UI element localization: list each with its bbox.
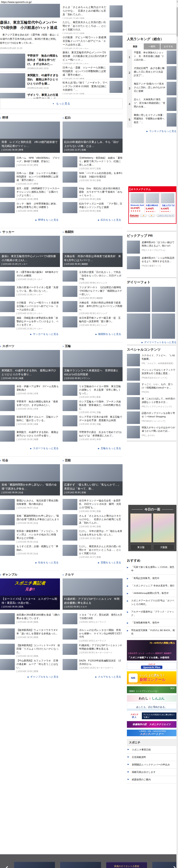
news-item[interactable]: 大橋会長 尚弥の骨折は再検査で経過良好 来年1月中にはスパーリング再開へ [ 1… <box>63 300 123 315</box>
carousel-prev-button[interactable]: ◀ <box>140 214 147 217</box>
news-item[interactable]: 全日本選手権フェザー級王者・堤 五輪内定へ決意表明「競り勝つ」 [ 12月14日… <box>63 315 123 330</box>
daily-photo-more-link[interactable]: ▶デイリーフォトをもっと見る <box>127 341 176 344</box>
section-more-link[interactable]: ▶格闘技をもっと見る <box>63 333 123 336</box>
news-item[interactable]: 松本人志“笑い”捨て「ノーギャラ」でベンチプレス95キロ26回 驚異の記録に今田… <box>63 79 123 94</box>
news-item[interactable]: 世田谷一家殺害事件「フィリピン」ライン浮上 ハンカチの包み方に特徴 軍人などが同… <box>0 528 60 544</box>
news-item[interactable]: 曽我ひとみさん 地元佐渡で署名活動 拉致被害、母の救出訴え [ 12月14日 0… <box>0 498 60 513</box>
section-hero[interactable]: 広瀬すず “最も美しい顔”に「私なんかで…」美容法は「食べて、動… [ 12月1… <box>63 464 123 495</box>
pr-item[interactable]: ステロイド、アトピー、「L-92乳酸菌」 PR(「カルピス」由来健康情報室) <box>127 354 176 366</box>
recommend-link[interactable]: ▶ 「有馬記念特集号」発売中 <box>127 575 176 582</box>
news-item[interactable]: 元Whiteberry・前田由紀 結婚＆「夏祭り」解禁で再ブレーク！うつ、幻覚に… <box>63 155 123 170</box>
news-item[interactable]: 小川航基 デビュー戦でハット達成!東京五輪メンバー入りへ好アピール「エースは自分… <box>63 34 123 49</box>
sponichi-plus-banner[interactable]: スポニチ Sponichi Plus <box>127 662 176 670</box>
show-more-button[interactable]: ▼ もっと見る <box>0 98 123 109</box>
news-item[interactable]: ポルシェの公式レンタカー開始 所有から体験へ ケイマンSは4時間で3万7千円 [… <box>63 627 123 643</box>
tab-latest[interactable]: 最新 <box>127 43 143 50</box>
news-item[interactable]: 平野美宇 無念の帰国も前向き「発表を待つだけ。まずは休みた… 2019年12月1… <box>0 52 60 71</box>
section-more-link[interactable]: ▶社会をもっと見る <box>0 561 60 564</box>
section-header[interactable]: ›クルマ <box>63 572 123 579</box>
kyujin-banner[interactable]: スポニチ 求人 子どもたちの笑顔のために腕を振るう“仕事人” <box>127 712 176 719</box>
creates-banner[interactable]: 映像制作の匠 スポニチクリエイツ <box>127 721 176 728</box>
news-item[interactable]: 大敗の香港パーテライネン監督「失望している。悪い日になった」 [ 12月14日 … <box>0 284 60 300</box>
feature-card[interactable]: アスリート特集 <box>14 862 55 868</box>
news-item[interactable]: 日本ハム NPB「eBASEBALL プロリーグ」第4節で3連勝、貯金1に [ … <box>0 155 60 170</box>
news-item[interactable]: 【中山新馬戦】カフェファラオ 圧巻の逃走劇 ムーア「何も言うことはない」 [ 1… <box>0 658 60 673</box>
tokyo-edition-button[interactable]: 東京版 <box>130 545 152 550</box>
news-item[interactable]: 【阪神新馬戦】コンバットマーチV 岩田望「リズムよく行けたらハナになった」 [ … <box>0 643 60 658</box>
info-link[interactable]: ▶ スポニチ事業日程 <box>127 746 176 753</box>
section-hero[interactable]: 首相「審議時間割かれ申し訳ない」“疑惑の会場”で講演も夕食会… [ 12月14日… <box>0 464 60 495</box>
news-item[interactable]: NHK「バーチャル紅白歌合戦」を来年1日放送 14組が出場決定 [ 12月13日… <box>63 170 123 186</box>
pr-item[interactable]: 皮膚科医(47)「シミは市販品消せるよ?」簡単すぎる方法… PR(安心健康ライフ… <box>127 256 176 269</box>
feature-card[interactable]: 美風のオリエント占星術 あなたの今日の運勢は…? 今日のあなたの運勢は？ <box>106 862 147 868</box>
news-item[interactable]: 平野美宇の原点 生まれて初めての“おねだり”は「卓球教室に入れて」 [ 12月1… <box>63 429 123 444</box>
news-item[interactable]: 東関親方、41歳早すぎる別れ 最期は弟子ひとりひとりの手を握… 2019年12月… <box>0 71 60 91</box>
scrollbar-thumb[interactable] <box>176 7 178 36</box>
news-item[interactable]: 水谷・伊藤ペアは準V 2ゲーム先取も逆転負け [ 12月14日 19:58 ] … <box>0 383 60 399</box>
section-header[interactable]: ›社会 <box>0 458 60 464</box>
product-card[interactable]: Nintendo Switc 32,978円 ★★★★★ <box>129 193 145 213</box>
section-more-link[interactable]: ▶ギャンブルをもっと見る <box>0 675 60 678</box>
section-more-link[interactable]: ▶野球をもっと見る <box>0 218 60 221</box>
product-card[interactable]: 【値上げまであ 8,430円 ★★★★☆ <box>160 193 175 213</box>
news-item[interactable]: 岩田康がJRA通算1600勝を達成「1勝の重みを感じています」 [ 12月14日… <box>0 612 60 627</box>
news-item[interactable]: 日本ハム・斎藤 トレーナーら対象に特別講演 センバツの球数制限には賛成「選手の体… <box>0 170 60 186</box>
news-item[interactable]: 東関親方、41歳早すぎる別れ 最期は弟子ひとりひとりの手を握り… [ 12月14… <box>0 429 60 444</box>
daily-photo-image[interactable] <box>152 287 175 312</box>
section-more-link[interactable]: ▶サッカーをもっと見る <box>0 333 60 336</box>
news-item[interactable]: DAZN F12019年総集編配信決定 12月20日から [ 11月28日 14… <box>63 658 123 673</box>
product-card[interactable]: 今夜23時59分 5,400円 ★★★★☆ <box>145 193 160 213</box>
ranking-item[interactable]: 1 平愛梨、幸せ家族4人ショット 夫・長友佑都に感謝「2人目の妊… <box>127 50 176 65</box>
yomu-riyuu-banner[interactable]: あしたも、読む理由がある。 <box>127 704 176 711</box>
daily-photo-image[interactable] <box>127 313 150 339</box>
news-item[interactable]: 日本ハム・斎藤 トレーナーら対象に特別講演 センバツの球数制限には賛成「選手の体… <box>63 64 123 79</box>
news-item[interactable]: 湘南 浮嶋監督の来季続投を発表「攻撃的なチームを作っていけるよう、ベストを尽くす… <box>0 315 60 330</box>
news-item[interactable]: 【阪神新馬戦】ウォーターウキウキV 幸「追い出しを我慢する余裕あった」 [ 12… <box>0 627 60 643</box>
news-item[interactable]: E－1選手権出場の森保J MF橋本がケガのため離脱 [ 12月14日 23:33… <box>0 269 60 284</box>
news-item[interactable]: King Gnu 初紅白に続き初の映画主題歌 カラオケ“十八番”千葉雄大「めちゃ… <box>63 186 123 201</box>
carousel-right-arrow[interactable]: › <box>173 863 176 868</box>
recommend-link[interactable]: ▶ 「スポニチジュニア 冬休み直前号」発行 <box>127 582 176 590</box>
section-header[interactable]: ›サッカー <box>0 229 60 236</box>
section-header[interactable]: ›紅白 <box>63 115 123 122</box>
news-item[interactable]: たけし、今年の漢字は…?「地位も名誉もお金も何もかも失いました」 [ 12月14… <box>63 528 123 544</box>
section-more-link[interactable]: ▶クルマをもっと見る <box>63 675 123 678</box>
section-hero[interactable]: 筒香 レイズと契約合意 2年13億円超前後で 地元紙記者がツイッ… [ 12月1… <box>0 122 60 153</box>
feature-card[interactable]: この記事が話題！ランキング <box>60 862 101 868</box>
partner-banner[interactable]: 「お客様第一主義」の総合広告代理店 スポニチパートナー <box>127 730 176 736</box>
pr-item[interactable]: 韓国人がキレイなのはおやつが違うから!?買い占めて試… PR(しまのや) <box>127 426 176 438</box>
section-hero[interactable]: 紅白23年連続出場の天童よしみ、今も「頭が上がらない人物」とは… [ 12月13… <box>63 122 123 153</box>
recommend-link[interactable]: ▶ 羽生結弦写真集「YUZU'LL BE BACK」発売 <box>127 627 176 638</box>
about-link-button[interactable]: このリンクについて <box>156 214 175 217</box>
tab-recommend[interactable]: おすすめ <box>160 43 176 50</box>
section-header[interactable]: ›格闘技 <box>63 229 123 236</box>
watashi-to-shimbun-banner[interactable]: わたしとしんぶん <box>127 695 176 702</box>
front-page-osaka-image[interactable] <box>153 514 174 542</box>
golf-banner[interactable]: 【週替】コースでワンラウンドを！ SGC <box>127 686 176 693</box>
news-item[interactable]: ロシア五輪＆パラ除外、プーチン大統領反発「憲章違反だ」CAS判断が焦点に [ 1… <box>63 399 123 414</box>
info-link[interactable]: ▶ 紙面使用のご案内 <box>127 776 176 783</box>
ranking-item[interactable]: 2 才賀紀左衛門 あびる優と離婚した日に長女との“人生設計完了”… <box>127 65 176 81</box>
lead-image[interactable] <box>0 4 60 18</box>
pr-item[interactable]: 娘「これだけ試して」60代母の頑固なシミが驚きの方… PR(プレミアアンチエイジ… <box>127 397 176 409</box>
osaka-edition-button[interactable]: 大阪版 <box>153 545 174 550</box>
section-more-link[interactable]: ▶紅白をもっと見る <box>63 218 123 221</box>
news-item[interactable]: 楽天・高梨 1時間練習でフリースローチャレンジに挑戦も失敗に「公園のリングより高… <box>0 186 60 201</box>
ranking-item[interactable]: 5 難病に苦しむイケメン俳優・間瀬翔太 宇梶剛士が復帰へ助言「… <box>127 112 176 128</box>
front-page-tokyo-image[interactable] <box>130 514 152 542</box>
recommend-link[interactable]: ▶ 「宝塚歌劇特集号」発売中 <box>127 619 176 626</box>
pr-item[interactable]: マンションではなくオフィスで賃貸業を行う意義と恩恵… PR(株式会社ボルテックス… <box>127 368 176 381</box>
news-item[interactable]: フジタ“Jr”ハヤト 1試合限定の復帰戦でKO負けもファン魅了「格闘技はスゲー楽… <box>63 284 123 300</box>
news-item[interactable]: リオ五輪金のベイカー茉秋 東京五輪の道険しく 井上監督「非常に難しくなった」 [… <box>63 383 123 399</box>
scroll-up-arrow-icon[interactable]: ▲ <box>176 0 178 3</box>
news-item[interactable]: トヨタ「ライズ」受注好調 発売1カ月で目標の8倍 [ 12月5日 16:51 ]… <box>63 612 123 627</box>
ranking-item[interactable]: 4 志らく 大塚家具の“身売り”、匠大塚の業績好調に「世間の大塚… <box>127 96 176 112</box>
info-link[interactable]: ▶ 掲載写真お分けします <box>127 769 176 776</box>
section-header[interactable]: ›ギャンブル <box>0 572 60 579</box>
carousel-left-arrow[interactable]: ‹ <box>5 863 8 868</box>
news-item[interactable]: F1最終戦・アブダビGPでハミルトンV 年間総合優勝に華を添える [ 12月3日… <box>63 643 123 658</box>
news-item[interactable]: 全日本テコンドー協会元会長・金原昇氏 15日サンジャポ出演 爆問・太田との“舌戦… <box>63 498 123 513</box>
carousel-next-button[interactable]: ▶ <box>148 214 155 217</box>
info-link[interactable]: ▶ 新聞購読とバックナンバーの申込み <box>127 761 176 769</box>
section-hero[interactable]: スポニチ裏記者 見参!! 【ターコイズS】ミスターX エスポワール期待！素質高い… <box>0 579 60 610</box>
